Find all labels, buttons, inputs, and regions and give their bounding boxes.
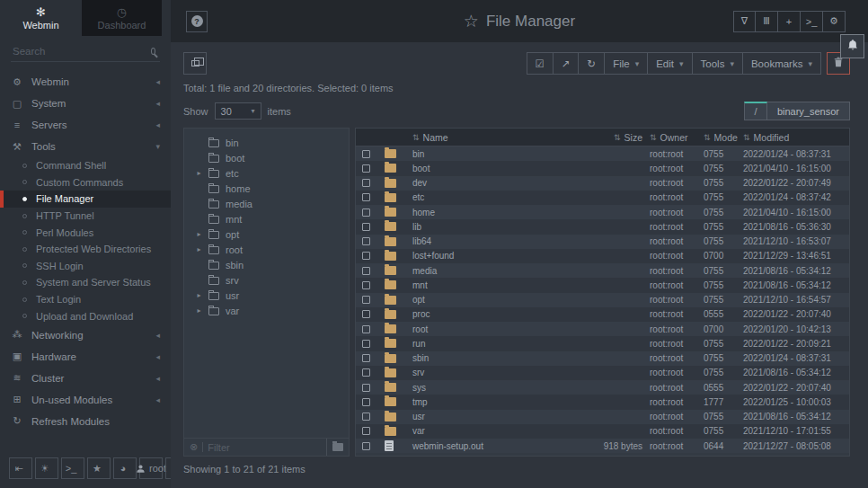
row-checkbox[interactable] xyxy=(362,427,370,435)
refresh-button[interactable]: ↻ xyxy=(579,52,605,75)
file-name[interactable]: root xyxy=(399,324,569,334)
menu-file-button[interactable]: File▾ xyxy=(605,52,648,75)
row-checkbox[interactable] xyxy=(362,281,370,289)
columns-button[interactable]: Ⅲ xyxy=(756,11,778,32)
star-outline-icon[interactable]: ☆ xyxy=(464,11,479,31)
file-name[interactable]: webmin-setup.out xyxy=(399,441,569,451)
row-checkbox[interactable] xyxy=(362,179,370,187)
table-row-sys[interactable]: sys root:root 0555 2022/01/22 - 20:07:40 xyxy=(356,380,849,395)
filter-button[interactable]: ∇ xyxy=(733,11,756,32)
column-name[interactable]: ⇅Name xyxy=(399,132,569,143)
sidebar-item-hardware[interactable]: ▣ Hardware ◂ xyxy=(0,346,171,368)
menu-edit-button[interactable]: Edit▾ xyxy=(648,52,692,75)
sidebar-item-perl-modules[interactable]: Perl Modules xyxy=(0,224,171,241)
file-name[interactable]: sys xyxy=(399,383,569,393)
sidebar-item-servers[interactable]: ≡ Servers ◂ xyxy=(0,114,171,136)
file-name[interactable]: var xyxy=(399,426,569,436)
user-button[interactable]: root xyxy=(139,457,163,479)
expand-icon[interactable]: ▸ xyxy=(196,306,202,315)
tree-item-boot[interactable]: boot xyxy=(184,150,349,165)
column-mode[interactable]: ⇅Mode xyxy=(704,132,743,143)
tree-item-var[interactable]: ▸ var xyxy=(184,303,349,318)
terminal-button[interactable]: >_ xyxy=(61,457,84,479)
tree-item-bin[interactable]: bin xyxy=(184,135,349,150)
tree-item-mnt[interactable]: mnt xyxy=(184,211,349,226)
file-name[interactable]: mnt xyxy=(399,280,569,290)
file-name[interactable]: lib xyxy=(399,222,569,232)
table-row-var[interactable]: var root:root 0755 2021/12/10 - 17:01:55 xyxy=(356,424,849,439)
table-row-lib64[interactable]: lib64 root:root 0755 2021/12/10 - 16:53:… xyxy=(356,235,849,249)
row-checkbox[interactable] xyxy=(362,209,370,217)
breadcrumb-root-button[interactable]: / xyxy=(744,102,767,120)
tree-filter-input[interactable] xyxy=(208,442,322,453)
row-checkbox[interactable] xyxy=(362,252,370,260)
file-name[interactable]: bin xyxy=(399,149,569,159)
table-row-lost+found[interactable]: lost+found root:root 0700 2021/12/29 - 1… xyxy=(356,249,849,263)
items-per-page-select[interactable]: 30 ▾ xyxy=(215,102,261,120)
sidebar-item-http-tunnel[interactable]: HTTP Tunnel xyxy=(0,208,171,225)
paste-buffer-button[interactable] xyxy=(183,52,207,75)
sidebar-item-custom-commands[interactable]: Custom Commands xyxy=(0,174,171,191)
clear-filter-icon[interactable]: ⊗ xyxy=(190,442,198,452)
gear-button[interactable]: ⚙ xyxy=(823,11,846,32)
file-name[interactable]: media xyxy=(399,266,569,276)
row-checkbox[interactable] xyxy=(362,237,370,245)
sidebar-item-system-and-server-status[interactable]: System and Server Status xyxy=(0,274,171,291)
export-button[interactable]: ↗ xyxy=(554,52,580,75)
column-owner[interactable]: ⇅Owner xyxy=(650,132,704,143)
sidebar-item-ssh-login[interactable]: SSH Login xyxy=(0,258,171,275)
row-checkbox[interactable] xyxy=(362,368,370,377)
expand-icon[interactable]: ▸ xyxy=(196,245,202,253)
column-size[interactable]: ⇅Size xyxy=(569,132,650,143)
file-name[interactable]: opt xyxy=(399,295,569,305)
select-all-button[interactable]: ☑ xyxy=(527,52,554,75)
tree-item-etc[interactable]: ▸ etc xyxy=(184,165,349,181)
table-row-mnt[interactable]: mnt root:root 0755 2021/08/16 - 05:34:12 xyxy=(356,278,849,292)
file-name[interactable]: lost+found xyxy=(399,251,569,261)
sidebar-item-file-manager[interactable]: File Manager xyxy=(0,191,171,208)
table-row-media[interactable]: media root:root 0755 2021/08/16 - 05:34:… xyxy=(356,263,849,278)
sidebar-item-webmin[interactable]: ⚙ Webmin ◂ xyxy=(0,71,171,93)
file-name[interactable]: usr xyxy=(399,412,569,421)
tab-dashboard[interactable]: ◷ Dashboard xyxy=(82,0,162,36)
sidebar-item-text-login[interactable]: Text Login xyxy=(0,291,171,308)
sidebar-item-refresh-modules[interactable]: ↻ Refresh Modules xyxy=(0,411,171,432)
tree-item-usr[interactable]: ▸ usr xyxy=(184,288,349,303)
search-input[interactable] xyxy=(13,46,151,57)
row-checkbox[interactable] xyxy=(362,442,370,450)
column-modified[interactable]: ⇅Modified xyxy=(743,132,849,143)
table-row-webmin-setup.out[interactable]: webmin-setup.out 918 bytes root:root 064… xyxy=(356,439,849,453)
file-name[interactable]: etc xyxy=(399,192,569,202)
file-name[interactable]: tmp xyxy=(399,397,569,407)
file-name[interactable]: srv xyxy=(399,368,569,377)
table-row-run[interactable]: run root:root 0755 2022/01/22 - 20:09:21 xyxy=(356,336,849,350)
star-button[interactable]: ★ xyxy=(87,457,111,479)
pie-button[interactable]: ◕ xyxy=(113,457,137,479)
sidebar-item-cluster[interactable]: ≋ Cluster ◂ xyxy=(0,368,171,389)
sidebar-item-system[interactable]: ▢ System ◂ xyxy=(0,93,171,114)
row-checkbox[interactable] xyxy=(362,340,370,348)
row-checkbox[interactable] xyxy=(362,267,370,275)
table-row-tmp[interactable]: tmp root:root 1777 2022/01/25 - 10:00:03 xyxy=(356,395,849,409)
help-button[interactable]: ? xyxy=(186,11,208,32)
menu-bookmarks-button[interactable]: Bookmarks▾ xyxy=(743,52,821,75)
table-row-root[interactable]: root root:root 0700 2022/01/20 - 10:42:1… xyxy=(356,322,849,336)
row-checkbox[interactable] xyxy=(362,223,370,231)
table-row-sbin[interactable]: sbin root:root 0755 2022/01/24 - 08:37:3… xyxy=(356,351,849,366)
show-folders-button[interactable] xyxy=(326,439,343,456)
terminal-button[interactable]: >_ xyxy=(801,11,823,32)
expand-icon[interactable]: ▸ xyxy=(196,230,202,238)
table-row-home[interactable]: home root:root 0755 2021/04/10 - 16:15:0… xyxy=(356,205,849,219)
tab-webmin[interactable]: ✻ Webmin xyxy=(0,0,82,36)
row-checkbox[interactable] xyxy=(362,384,370,392)
table-row-usr[interactable]: usr root:root 0755 2021/08/16 - 05:34:12 xyxy=(356,410,849,424)
file-name[interactable]: lib64 xyxy=(399,236,569,246)
tree-item-srv[interactable]: srv xyxy=(184,272,349,288)
table-row-dev[interactable]: dev root:root 0755 2022/01/22 - 20:07:49 xyxy=(356,176,849,191)
row-checkbox[interactable] xyxy=(362,150,370,158)
table-row-lib[interactable]: lib root:root 0755 2021/08/16 - 05:36:30 xyxy=(356,219,849,234)
row-checkbox[interactable] xyxy=(362,325,370,333)
row-checkbox[interactable] xyxy=(362,296,370,304)
sun-button[interactable]: ☀ xyxy=(35,457,58,479)
table-row-etc[interactable]: etc root:root 0755 2022/01/24 - 08:37:42 xyxy=(356,191,849,205)
